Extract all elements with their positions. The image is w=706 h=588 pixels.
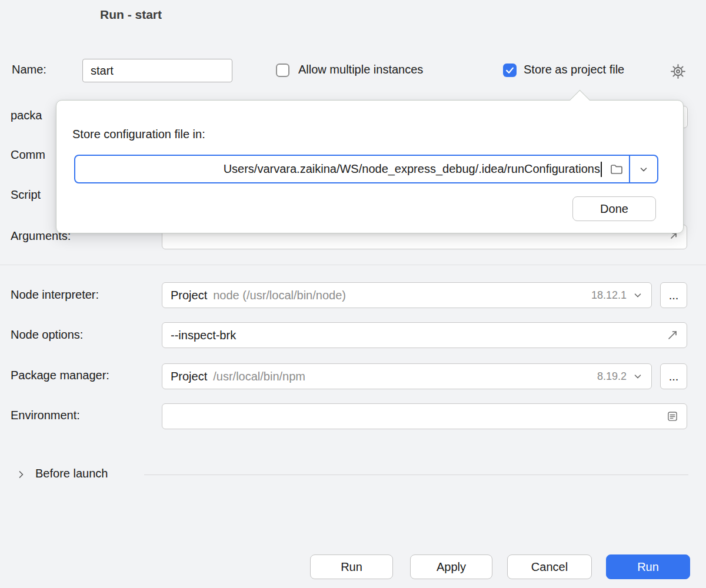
check-icon <box>505 65 515 75</box>
node-options-value: --inspect-brk <box>171 329 236 342</box>
chevron-right-icon[interactable] <box>15 469 27 480</box>
environment-input[interactable] <box>162 403 687 429</box>
popup-title: Store configuration file in: <box>72 128 205 141</box>
store-project-checkbox[interactable] <box>503 64 517 77</box>
node-interpreter-version: 18.12.1 <box>591 289 627 302</box>
before-launch-label[interactable]: Before launch <box>35 467 108 480</box>
node-interpreter-browse-button[interactable]: ... <box>660 282 687 308</box>
store-project-label: Store as project file <box>524 63 624 76</box>
run-primary-label: Run <box>637 560 659 574</box>
node-interpreter-path: node (/usr/local/bin/node) <box>213 289 346 302</box>
before-launch-divider <box>144 475 688 475</box>
browse-ellipsis: ... <box>669 370 679 383</box>
config-path-text-area[interactable]: Users/varvara.zaikina/WS/node_express_de… <box>75 156 604 182</box>
popup-callout-arrow <box>570 90 590 111</box>
package-manager-path: /usr/local/bin/npm <box>213 370 305 383</box>
script-label: Script <box>11 188 41 202</box>
allow-multiple-label: Allow multiple instances <box>298 63 423 76</box>
run-button-primary[interactable]: Run <box>606 554 690 579</box>
expand-field-icon[interactable] <box>667 329 678 341</box>
chevron-down-icon <box>632 371 643 382</box>
apply-button-label: Apply <box>437 560 466 574</box>
package-manager-value: Project <box>171 370 207 383</box>
allow-multiple-checkbox[interactable] <box>276 64 289 77</box>
package-json-label: packa <box>11 109 42 122</box>
browse-ellipsis: ... <box>669 289 679 302</box>
path-dropdown-button[interactable] <box>630 156 657 182</box>
run-button-label: Run <box>341 560 362 574</box>
done-button-label: Done <box>600 202 628 216</box>
cancel-button-label: Cancel <box>531 560 568 574</box>
apply-button[interactable]: Apply <box>410 554 492 579</box>
run-configuration-dialog: Run - start Name: start Allow multiple i… <box>0 0 706 588</box>
dialog-title: Run - start <box>100 8 162 22</box>
environment-label: Environment: <box>11 409 80 422</box>
store-configuration-popup: Store configuration file in: Users/varva… <box>56 100 684 233</box>
command-label: Comm <box>11 148 45 162</box>
chevron-down-icon <box>632 290 643 300</box>
node-options-label: Node options: <box>11 328 83 342</box>
config-path-value: Users/varvara.zaikina/WS/node_express_de… <box>224 162 600 176</box>
done-button[interactable]: Done <box>572 196 656 221</box>
package-manager-version: 8.19.2 <box>597 370 627 383</box>
run-button-secondary[interactable]: Run <box>310 554 393 579</box>
folder-icon[interactable] <box>604 156 629 182</box>
name-label: Name: <box>12 63 46 76</box>
cancel-button[interactable]: Cancel <box>507 554 592 579</box>
section-divider <box>0 265 706 265</box>
node-interpreter-combo[interactable]: Project node (/usr/local/bin/node) 18.12… <box>162 282 652 308</box>
package-manager-combo[interactable]: Project /usr/local/bin/npm 8.19.2 <box>162 363 652 389</box>
gear-icon[interactable] <box>670 64 686 79</box>
package-manager-browse-button[interactable]: ... <box>660 363 687 389</box>
node-interpreter-value: Project <box>171 289 207 302</box>
text-cursor <box>601 162 602 177</box>
name-value: start <box>91 64 114 78</box>
node-interpreter-label: Node interpreter: <box>11 288 99 302</box>
node-options-input[interactable]: --inspect-brk <box>162 322 687 348</box>
variables-list-icon[interactable] <box>667 410 678 422</box>
package-manager-label: Package manager: <box>11 369 109 382</box>
config-path-input[interactable]: Users/varvara.zaikina/WS/node_express_de… <box>74 155 658 183</box>
name-input[interactable]: start <box>82 59 232 82</box>
